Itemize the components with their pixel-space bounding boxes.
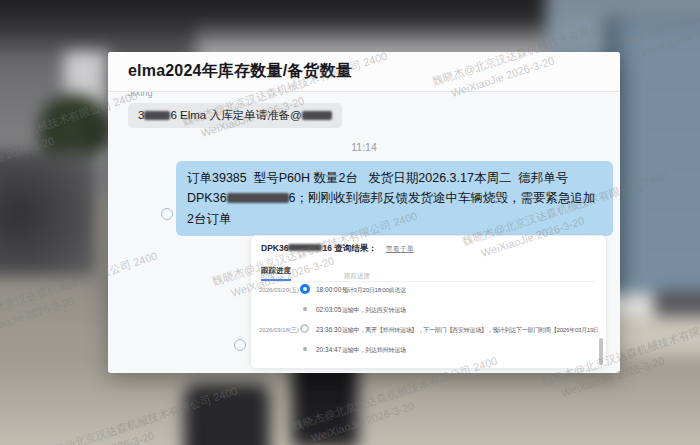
redaction-smudge xyxy=(227,193,289,203)
row-time: 02:03:05 xyxy=(316,306,341,313)
card-scrollbar-thumb[interactable] xyxy=(599,338,603,365)
message-select-radio[interactable] xyxy=(161,208,173,220)
tracking-tabs: 跟踪进度 xyxy=(261,259,596,282)
photo-chair-bottom xyxy=(184,384,270,445)
column-header-time: 时间 xyxy=(261,272,274,281)
row-status-text: 预计3月20日18:00前送达 xyxy=(342,286,598,295)
row-time: 23:36:30 xyxy=(316,326,341,333)
panel-header: elma2024年库存数量/备货数量 xyxy=(108,52,620,92)
column-header-progress: 跟踪进度 xyxy=(344,272,370,281)
tracking-row: 02:03:05 运输中，到达西安转运场 xyxy=(251,302,606,318)
latest-status-icon xyxy=(300,284,310,294)
row-date: 2026/03/20(五) xyxy=(259,286,299,295)
row-status-text: 运输中，到达郑州转运场 xyxy=(342,346,598,355)
tracking-row: 2026/03/20(五) 18:00:00 预计3月20日18:00前送达 xyxy=(251,282,606,298)
row-status-text: 运输中，到达西安转运场 xyxy=(342,306,598,315)
row-time: 20:34:47 xyxy=(316,346,341,353)
card-select-radio[interactable] xyxy=(234,339,246,351)
tracking-result-card[interactable]: DPK3616 查询结果：查看子单 跟踪进度 时间 跟踪进度 2026/03/2… xyxy=(250,235,607,369)
clipped-sender-label: JiXing xyxy=(128,92,153,99)
timestamp: 11:14 xyxy=(108,141,620,153)
tracking-row: 2026/03/18(三) 23:36:30 运输中，离开【郑州转运场】，下一部… xyxy=(251,322,606,338)
photo-chairs-left xyxy=(0,151,96,291)
redaction-smudge xyxy=(144,111,170,120)
tracking-row: 20:34:47 运输中，到达郑州转运场 xyxy=(251,342,606,358)
row-time: 18:00:00 xyxy=(316,286,341,293)
row-status-text: 运输中，离开【郑州转运场】，下一部门【西安转运场】，预计到达下一部门时间【202… xyxy=(342,326,598,335)
query-result-label: 查询结果： xyxy=(334,243,377,253)
message-bubble-blue[interactable]: 订单39385 型号P60H 数量2台 发货日期2026.3.17本周二 德邦单… xyxy=(176,161,613,236)
row-date: 2026/03/18(三) xyxy=(259,326,299,335)
transit-dot-icon xyxy=(303,347,307,351)
tracking-number-suffix: 16 xyxy=(322,243,331,253)
photo-ceiling-dark xyxy=(0,0,616,56)
node-ring-icon xyxy=(300,324,309,333)
view-subwaybill-link[interactable]: 查看子单 xyxy=(386,245,414,252)
message-bubble-gray[interactable]: 36 Elma 入库定单请准备@ xyxy=(128,103,342,128)
tracking-number-prefix: DPK36 xyxy=(261,243,288,253)
screenshot-stage: elma2024年库存数量/备货数量 JiXing 36 Elma 入库定单请准… xyxy=(0,0,700,445)
gray-message-text-2: 6 Elma 入库定单请准备@ xyxy=(170,109,301,121)
redaction-smudge xyxy=(288,244,322,251)
redaction-smudge xyxy=(302,111,332,120)
transit-dot-icon xyxy=(303,307,307,311)
chat-screenshot-panel: elma2024年库存数量/备货数量 JiXing 36 Elma 入库定单请准… xyxy=(108,52,620,373)
chat-message-area: JiXing 36 Elma 入库定单请准备@ 11:14 订单39385 型号… xyxy=(108,92,620,372)
tracking-card-header: DPK3616 查询结果：查看子单 xyxy=(251,236,606,255)
page-title: elma2024年库存数量/备货数量 xyxy=(128,61,352,82)
